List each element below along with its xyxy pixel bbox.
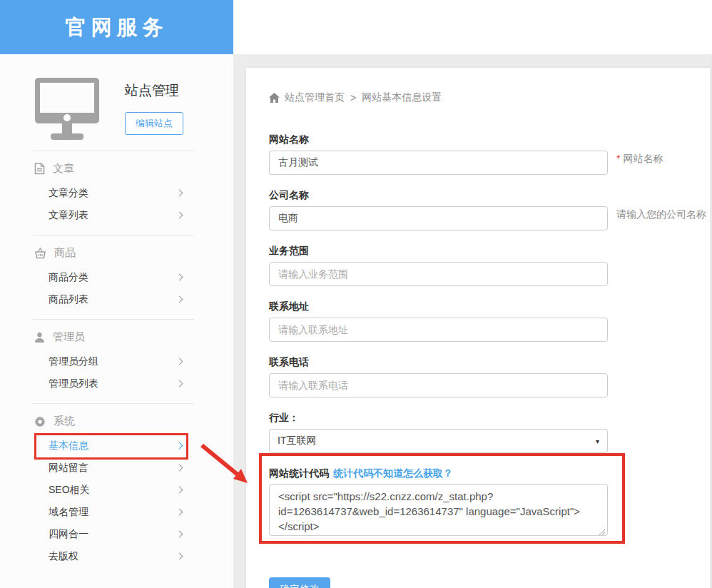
sidebar-item-goods-list[interactable]: 商品列表 <box>0 288 233 310</box>
breadcrumb-home[interactable]: 站点管理首页 <box>285 91 345 104</box>
section-head-article: 文章 <box>34 162 233 176</box>
chevron-right-icon <box>176 358 183 365</box>
app-logo: 官网服务 <box>0 0 233 54</box>
field-industry: 行业： IT互联网 ▾ <box>269 412 608 453</box>
contact-phone-input[interactable] <box>269 373 608 397</box>
divider <box>32 403 194 404</box>
site-name-input[interactable] <box>269 151 608 175</box>
sidebar-item-remove-copyright[interactable]: 去版权 <box>0 545 233 567</box>
company-name-label: 公司名称 <box>269 189 608 202</box>
sidebar-section-article: 文章 文章分类 文章列表 <box>0 162 233 235</box>
basket-icon <box>34 248 46 259</box>
chevron-right-icon <box>176 380 183 387</box>
sidebar: 站点管理 编辑站点 文章 文章分类 文章列表 <box>0 54 233 588</box>
sidebar-item-label: 文章分类 <box>49 187 88 200</box>
divider <box>32 151 194 151</box>
panel-title: 站点管理 <box>125 81 183 100</box>
stats-help-link[interactable]: 统计代码不知道怎么获取？ <box>333 467 453 480</box>
monitor-icon <box>34 77 100 140</box>
industry-select[interactable]: IT互联网 ▾ <box>269 429 608 453</box>
field-site-name: 网站名称 *网站名称 <box>269 133 608 175</box>
person-icon <box>34 332 45 343</box>
gear-icon <box>34 416 46 427</box>
field-business-scope: 业务范围 <box>269 245 608 286</box>
sidebar-item-label: 基本信息 <box>49 440 88 452</box>
sidebar-item-basic-info[interactable]: 基本信息 <box>0 435 233 457</box>
section-head-admin: 管理员 <box>34 330 233 344</box>
required-star: * <box>616 153 620 164</box>
sidebar-item-article-category[interactable]: 文章分类 <box>0 182 233 204</box>
main-area: 站点管理首页 > 网站基本信息设置 网站名称 *网站名称 公司名称 请输入您的公… <box>233 54 712 588</box>
stats-code-label: 网站统计代码 <box>269 467 329 480</box>
sidebar-item-admin-list[interactable]: 管理员列表 <box>0 372 233 395</box>
sidebar-item-label: SEO相关 <box>49 484 90 497</box>
section-label: 管理员 <box>53 330 85 344</box>
company-name-hint: 请输入您的公司名称 <box>616 208 706 221</box>
industry-selected-value: IT互联网 <box>278 435 316 447</box>
chevron-right-icon <box>176 553 183 560</box>
breadcrumb-separator: > <box>350 92 356 103</box>
sidebar-item-label: 商品列表 <box>49 293 88 306</box>
sidebar-item-label: 文章列表 <box>49 209 88 222</box>
sidebar-item-label: 商品分类 <box>49 271 88 284</box>
site-name-label: 网站名称 <box>269 133 608 146</box>
field-contact-phone: 联系电话 <box>269 356 608 397</box>
section-head-system: 系统 <box>34 415 233 428</box>
site-name-hint: *网站名称 <box>616 153 663 166</box>
section-head-goods: 商品 <box>34 246 233 260</box>
chevron-right-icon <box>176 296 183 303</box>
confirm-submit-button[interactable]: 确定修改 <box>269 577 330 588</box>
sidebar-item-four-in-one[interactable]: 四网合一 <box>0 523 233 545</box>
section-label: 系统 <box>54 415 75 428</box>
breadcrumb: 站点管理首页 > 网站基本信息设置 <box>269 91 712 104</box>
sidebar-section-goods: 商品 商品分类 商品列表 <box>0 246 233 319</box>
contact-address-input[interactable] <box>269 318 608 342</box>
company-name-input[interactable] <box>269 206 608 230</box>
chevron-right-icon <box>176 531 183 538</box>
contact-phone-label: 联系电话 <box>269 356 608 369</box>
business-scope-label: 业务范围 <box>269 245 608 258</box>
site-settings-page: 官网服务 站点管理 编辑站点 文章 <box>0 0 712 588</box>
sidebar-item-site-messages[interactable]: 网站留言 <box>0 457 233 479</box>
sidebar-item-label: 网站留言 <box>49 462 88 475</box>
section-label: 文章 <box>53 162 74 176</box>
field-company-name: 公司名称 请输入您的公司名称 <box>269 189 608 230</box>
basic-info-form: 网站名称 *网站名称 公司名称 请输入您的公司名称 业务范围 联系地址 <box>269 133 712 588</box>
home-icon <box>269 93 280 103</box>
field-stats-code: 网站统计代码 统计代码不知道怎么获取？ <script src="https:/… <box>269 467 608 539</box>
sidebar-item-label: 管理员列表 <box>49 377 98 390</box>
divider <box>32 235 194 235</box>
sidebar-item-domain[interactable]: 域名管理 <box>0 501 233 523</box>
divider <box>32 319 194 320</box>
site-profile: 站点管理 编辑站点 <box>0 54 233 151</box>
sidebar-item-seo[interactable]: SEO相关 <box>0 479 233 501</box>
chevron-right-icon <box>176 487 183 494</box>
sidebar-item-label: 管理员分组 <box>49 355 98 368</box>
chevron-right-icon <box>176 465 183 472</box>
sidebar-item-label: 四网合一 <box>49 528 88 541</box>
article-icon <box>34 163 45 175</box>
stats-code-textarea[interactable]: <script src="https://s22.cnzz.com/z_stat… <box>269 484 608 536</box>
sidebar-section-system: 系统 基本信息 网站留言 SEO相关 域名管理 四网合一 <box>0 415 233 576</box>
chevron-right-icon <box>176 212 183 219</box>
industry-label: 行业： <box>269 412 608 425</box>
dropdown-arrow-icon: ▾ <box>596 437 599 445</box>
sidebar-item-admin-group[interactable]: 管理员分组 <box>0 350 233 372</box>
section-label: 商品 <box>54 246 76 260</box>
chevron-right-icon <box>176 442 183 450</box>
contact-address-label: 联系地址 <box>269 300 608 313</box>
chevron-right-icon <box>176 509 183 516</box>
sidebar-section-admin: 管理员 管理员分组 管理员列表 <box>0 330 233 403</box>
chevron-right-icon <box>176 274 183 281</box>
sidebar-item-article-list[interactable]: 文章列表 <box>0 204 233 226</box>
sidebar-item-goods-category[interactable]: 商品分类 <box>0 266 233 288</box>
sidebar-item-label: 去版权 <box>49 550 78 563</box>
sidebar-item-label: 域名管理 <box>49 506 88 519</box>
breadcrumb-current: 网站基本信息设置 <box>362 91 442 104</box>
business-scope-input[interactable] <box>269 262 608 286</box>
chevron-right-icon <box>176 190 183 197</box>
edit-site-button[interactable]: 编辑站点 <box>125 112 183 135</box>
field-contact-address: 联系地址 <box>269 300 608 342</box>
content-card: 站点管理首页 > 网站基本信息设置 网站名称 *网站名称 公司名称 请输入您的公… <box>246 68 712 588</box>
